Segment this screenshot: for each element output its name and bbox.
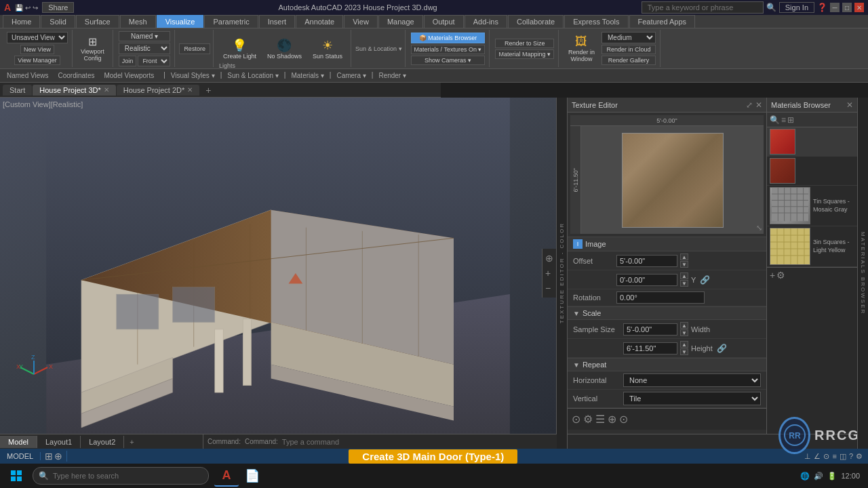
render-bar-label[interactable]: Render ▾ [374, 71, 410, 80]
chain-link-icon[interactable]: 🔗 [700, 275, 710, 285]
command-input[interactable] [282, 438, 864, 446]
tab-visualize[interactable]: Visualize [157, 15, 204, 28]
offset-down-btn[interactable]: ▼ [680, 261, 688, 268]
mat-search-icon[interactable]: 🔍 [770, 115, 780, 125]
volume-icon[interactable]: 🔊 [814, 472, 823, 481]
new-view-btn[interactable]: New View [20, 45, 54, 54]
tex-btn2[interactable]: ⚙ [583, 413, 593, 426]
zoom-in-icon[interactable]: + [544, 266, 555, 280]
offset-x-input[interactable] [616, 255, 677, 267]
tab-collaborate[interactable]: Collaborate [508, 15, 564, 28]
show-cameras-btn[interactable]: Show Cameras ▾ [411, 56, 486, 65]
tab-featured[interactable]: Featured Apps [629, 15, 696, 28]
win-search-input[interactable] [53, 472, 203, 480]
tab-house3d-close[interactable]: ✕ [104, 86, 109, 94]
sun-location-bar-label[interactable]: Sun & Location ▾ [223, 71, 283, 80]
horizontal-select[interactable]: None Tile Mirror [623, 373, 761, 387]
viewport-config-btn[interactable]: ⊞ Viewport Config [77, 34, 108, 63]
rotation-input[interactable] [616, 291, 705, 304]
model-indicator[interactable]: MODEL [0, 452, 41, 460]
add-layout-btn[interactable]: + [124, 436, 139, 448]
pan-icon[interactable]: ⊕ [544, 251, 555, 265]
join-btn[interactable]: Join [119, 56, 137, 66]
tab-mesh[interactable]: Mesh [120, 15, 156, 28]
tab-house2d-close[interactable]: ✕ [187, 86, 193, 94]
tab-view[interactable]: View [344, 15, 378, 28]
medium-select[interactable]: Medium [601, 32, 656, 43]
visual-style-select[interactable]: Realistic [119, 43, 171, 54]
named-btn[interactable]: Named ▾ [119, 31, 171, 41]
help-icon[interactable]: ❓ [817, 3, 827, 12]
search-icon[interactable]: 🔍 [766, 3, 776, 12]
tex-btn4[interactable]: ⊕ [608, 413, 616, 426]
tab-parametric[interactable]: Parametric [204, 15, 258, 28]
tab-manage[interactable]: Manage [378, 15, 423, 28]
render-gallery-btn[interactable]: Render Gallery [601, 56, 656, 65]
network-icon[interactable]: 🌐 [800, 472, 810, 481]
chain-link2-icon[interactable]: 🔗 [717, 344, 727, 353]
height-input[interactable] [623, 342, 677, 354]
tex-btn1[interactable]: ⊙ [572, 413, 580, 426]
named-views-icon[interactable]: Named Views [3, 71, 53, 80]
close-btn[interactable]: ✕ [854, 3, 864, 12]
scale-section-header[interactable]: ▼ Scale [568, 306, 766, 320]
offset-y-up-btn[interactable]: ▲ [680, 272, 688, 279]
maximize-btn[interactable]: □ [842, 3, 852, 12]
restore-btn[interactable]: Restore [179, 43, 210, 54]
undo-icon[interactable]: ↩ [25, 4, 31, 12]
mat-settings-icon[interactable]: ⚙ [776, 270, 785, 281]
view-manager-btn[interactable]: View Manager [14, 56, 60, 65]
tab-insert[interactable]: Insert [259, 15, 296, 28]
offset-up-btn[interactable]: ▲ [680, 253, 688, 260]
grid-icon[interactable]: ⊞ [45, 451, 53, 462]
materials-bar-label[interactable]: Materials ▾ [287, 71, 328, 80]
tab-start[interactable]: Start [3, 85, 32, 96]
texture-expand-icon[interactable]: ⤢ [746, 100, 753, 110]
win-search-box[interactable]: 🔍 [33, 467, 209, 485]
tab-express[interactable]: Express Tools [564, 15, 628, 28]
viewport[interactable]: [Custom View][Realistic] [0, 98, 556, 449]
render-to-size-btn[interactable]: Render to Size [495, 39, 554, 48]
no-shadows-btn[interactable]: 🌑 No Shadows [263, 37, 306, 61]
materials-textures-btn[interactable]: Materials / Textures On ▾ [411, 45, 486, 54]
new-tab-btn[interactable]: + [200, 83, 216, 97]
sample-down-btn[interactable]: ▼ [680, 329, 688, 336]
taskbar-app-acrobat[interactable]: 📄 [240, 465, 264, 487]
tex-btn3[interactable]: ☰ [595, 413, 605, 426]
sun-status-btn[interactable]: ☀ Sun Status [309, 37, 347, 61]
sign-in-btn[interactable]: Sign In [779, 2, 814, 13]
create-light-btn[interactable]: 💡 Create Light [219, 37, 260, 61]
tab-home[interactable]: Home [3, 15, 40, 28]
tab-solid[interactable]: Solid [41, 15, 75, 28]
taskbar-app-autocad[interactable]: A [214, 465, 239, 487]
sample-up-btn[interactable]: ▲ [680, 322, 688, 329]
render-cloud-btn[interactable]: Render in Cloud [601, 45, 656, 54]
render-icon-btn[interactable]: 🖼 Render in Window [564, 33, 599, 64]
redo-icon[interactable]: ↪ [33, 4, 38, 12]
start-btn[interactable] [3, 466, 30, 485]
tab-output[interactable]: Output [424, 15, 464, 28]
texture-close-icon[interactable]: ✕ [755, 100, 762, 110]
layout-tab-1[interactable]: Layout1 [37, 436, 81, 448]
material-item-2[interactable] [767, 157, 857, 186]
tab-house3d[interactable]: House Project 3D* ✕ [33, 85, 116, 96]
tab-annotate[interactable]: Annotate [296, 15, 343, 28]
front-select[interactable]: Front [138, 56, 170, 66]
app-search-input[interactable] [642, 1, 764, 14]
height-down-btn[interactable]: ▼ [680, 348, 688, 355]
tab-house2d[interactable]: House Project 2D* ✕ [117, 85, 200, 96]
repeat-section-header[interactable]: ▼ Repeat [568, 358, 766, 371]
view-select[interactable]: Unsaved View [7, 32, 68, 43]
battery-icon[interactable]: 🔋 [827, 472, 837, 481]
offset-y-input[interactable] [616, 274, 677, 286]
offset-y-down-btn[interactable]: ▼ [680, 280, 688, 287]
tex-btn5[interactable]: ⊙ [619, 413, 628, 426]
tab-addins[interactable]: Add-ins [465, 15, 507, 28]
image-section-header[interactable]: I Image [568, 237, 766, 251]
mat-add-icon[interactable]: + [770, 270, 775, 281]
visual-styles-label[interactable]: Visual Styles ▾ [167, 71, 219, 80]
save-icon[interactable]: 💾 [15, 4, 23, 12]
materials-browser-btn[interactable]: 📦 Materials Browser [411, 33, 486, 43]
vertical-select[interactable]: Tile None Mirror [623, 392, 761, 405]
material-item-1[interactable] [767, 127, 857, 157]
